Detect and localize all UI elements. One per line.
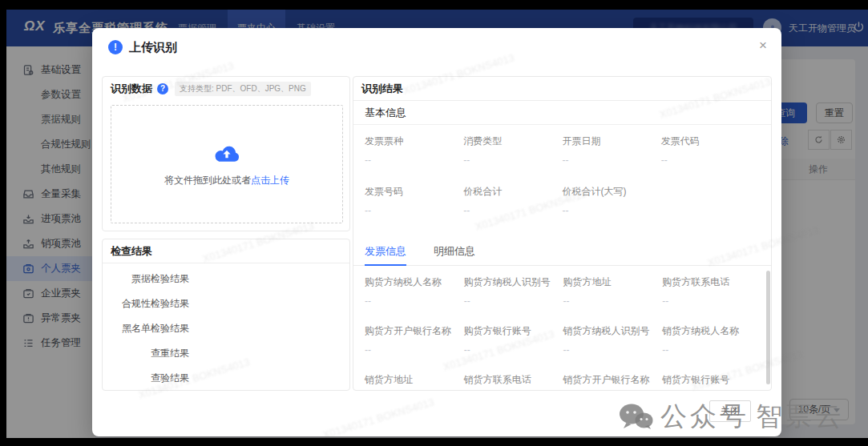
check-item-duplicate: 查重结果 (103, 341, 189, 366)
check-item-bill: 票据检验结果 (103, 267, 189, 291)
letterbox-left (0, 0, 6, 446)
screen: ΩX 乐享全票税管理系统 票据管理 票夹中心 基础设置 天工开物科技有限公司 天… (0, 0, 868, 446)
basic-info-grid: 发票票种-- 消费类型-- 开票日期-- 发票代码-- 发票号码-- 价税合计-… (353, 125, 771, 216)
letterbox-top (0, 0, 868, 10)
recognition-result-title: 识别结果 (361, 82, 403, 96)
field-seller-bank-account: 销货方银行账号-- (662, 373, 761, 391)
basic-info-title: 基本信息 (353, 101, 771, 125)
tab-invoice-info[interactable]: 发票信息 (365, 241, 406, 266)
check-results-card: 检查结果 票据检验结果 合规性检验结果 黑名单检验结果 查重结果 查验结果 (102, 239, 350, 391)
field-buyer-phone: 购货方联系电话-- (662, 275, 761, 307)
cloud-upload-icon (212, 142, 241, 166)
letterbox-bottom (0, 438, 868, 446)
recognition-result-card: 识别结果 基本信息 发票票种-- 消费类型-- 开票日期-- 发票代码-- 发票… (353, 76, 772, 391)
check-item-verify: 查验结果 (103, 366, 189, 391)
result-tabs: 发票信息 明细信息 (353, 241, 772, 266)
check-item-compliance: 合规性检验结果 (103, 291, 189, 316)
field-invoice-date: 开票日期-- (563, 135, 661, 166)
modal-title: 上传识别 (129, 40, 177, 55)
field-buyer-bank-name: 购货方开户银行名称-- (365, 324, 464, 356)
scrollbar-thumb[interactable] (766, 271, 770, 384)
field-buyer-address: 购货方地址-- (563, 275, 663, 307)
tab-detail-info[interactable]: 明细信息 (434, 241, 475, 266)
check-item-blacklist: 黑名单检验结果 (103, 316, 189, 341)
file-dropzone[interactable]: 将文件拖到此处或者点击上传 (111, 105, 343, 223)
click-upload-link[interactable]: 点击上传 (251, 175, 289, 186)
modal-close-button[interactable]: 关闭 (709, 400, 751, 422)
field-total-amount: 价税合计-- (463, 185, 562, 216)
close-icon[interactable]: × (759, 38, 767, 54)
field-total-amount-words: 价税合计(大写)-- (563, 185, 661, 216)
field-seller-phone: 销货方联系电话-- (464, 373, 563, 391)
field-seller-name: 销货方纳税人名称-- (662, 324, 761, 356)
recognition-data-card: 识别数据 ? 支持类型: PDF、OFD、JPG、PNG 将文件拖到此处或者点击… (102, 76, 350, 231)
supported-types-badge: 支持类型: PDF、OFD、JPG、PNG (175, 82, 311, 96)
field-seller-tax-id: 销货方纳税人识别号-- (563, 324, 663, 356)
upload-recognition-modal: ! 上传识别 × 识别数据 ? 支持类型: PDF、OFD、JPG、PNG 将文… (92, 28, 781, 436)
check-results-title: 检查结果 (111, 244, 152, 259)
field-consume-type: 消费类型-- (463, 135, 562, 166)
field-seller-bank-name: 销货方开户银行名称-- (563, 373, 663, 391)
field-seller-address: 销货方地址-- (365, 373, 464, 391)
info-icon: ! (108, 40, 123, 54)
help-icon[interactable]: ? (157, 83, 168, 94)
field-buyer-tax-id: 购货方纳税人识别号-- (464, 275, 563, 307)
field-invoice-code: 发票代码-- (661, 135, 760, 166)
upload-hint: 将文件拖到此处或者点击上传 (164, 174, 289, 187)
recognition-data-title: 识别数据 (111, 82, 152, 96)
field-buyer-bank-account: 购货方银行账号-- (464, 324, 563, 356)
invoice-info-panel[interactable]: 购货方纳税人名称-- 购货方纳税人识别号-- 购货方地址-- 购货方联系电话--… (353, 266, 772, 391)
field-buyer-name: 购货方纳税人名称-- (365, 275, 464, 307)
field-invoice-number: 发票号码-- (365, 185, 463, 216)
field-invoice-kind: 发票票种-- (365, 135, 463, 166)
